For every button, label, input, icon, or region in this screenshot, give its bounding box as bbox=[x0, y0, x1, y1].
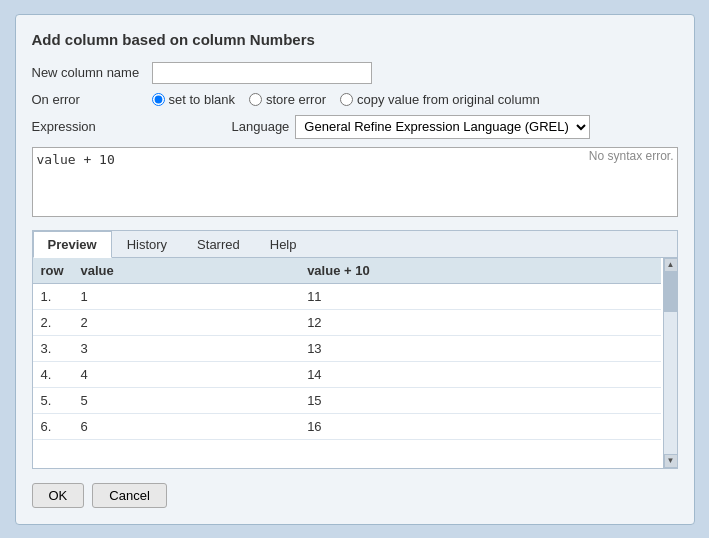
cell-result: 15 bbox=[299, 387, 660, 413]
table-header-row: row value value + 10 bbox=[33, 258, 661, 284]
cell-value: 2 bbox=[73, 309, 300, 335]
scrollbar-arrow-up[interactable]: ▲ bbox=[664, 258, 677, 272]
footer: OK Cancel bbox=[32, 483, 678, 508]
tab-starred[interactable]: Starred bbox=[182, 231, 255, 258]
on-error-label: On error bbox=[32, 92, 152, 107]
new-column-input[interactable] bbox=[152, 62, 372, 84]
cancel-button[interactable]: Cancel bbox=[92, 483, 166, 508]
table-row: 4. 4 14 bbox=[33, 361, 661, 387]
cell-value: 5 bbox=[73, 387, 300, 413]
col-header-result: value + 10 bbox=[299, 258, 660, 284]
cell-row: 3. bbox=[33, 335, 73, 361]
radio-set-blank[interactable]: set to blank bbox=[152, 92, 236, 107]
tab-help[interactable]: Help bbox=[255, 231, 312, 258]
cell-value: 1 bbox=[73, 283, 300, 309]
tab-preview[interactable]: Preview bbox=[33, 231, 112, 258]
col-header-row: row bbox=[33, 258, 73, 284]
expression-label: Expression bbox=[32, 119, 152, 134]
dialog-title: Add column based on column Numbers bbox=[32, 31, 678, 48]
radio-store-label: store error bbox=[266, 92, 326, 107]
table-row: 1. 1 11 bbox=[33, 283, 661, 309]
table-row: 2. 2 12 bbox=[33, 309, 661, 335]
radio-copy-value[interactable]: copy value from original column bbox=[340, 92, 540, 107]
new-column-label: New column name bbox=[32, 65, 152, 80]
col-header-value: value bbox=[73, 258, 300, 284]
language-label: Language bbox=[232, 119, 290, 134]
on-error-row: On error set to blank store error copy v… bbox=[32, 92, 678, 107]
cell-result: 11 bbox=[299, 283, 660, 309]
tabs-header: Preview History Starred Help bbox=[33, 231, 677, 258]
language-select[interactable]: General Refine Expression Language (GREL… bbox=[295, 115, 590, 139]
radio-store-error[interactable]: store error bbox=[249, 92, 326, 107]
cell-result: 12 bbox=[299, 309, 660, 335]
ok-button[interactable]: OK bbox=[32, 483, 85, 508]
language-section: Language General Refine Expression Langu… bbox=[232, 115, 591, 139]
cell-row: 4. bbox=[33, 361, 73, 387]
expression-lang-row: Expression Language General Refine Expre… bbox=[32, 115, 678, 139]
table-wrapper: row value value + 10 1. 1 11 2. 2 12 3. … bbox=[33, 258, 677, 468]
cell-result: 16 bbox=[299, 413, 660, 439]
cell-value: 6 bbox=[73, 413, 300, 439]
preview-table: row value value + 10 1. 1 11 2. 2 12 3. … bbox=[33, 258, 661, 440]
cell-row: 6. bbox=[33, 413, 73, 439]
tabs-section: Preview History Starred Help row value v… bbox=[32, 230, 678, 469]
scrollbar-arrow-down[interactable]: ▼ bbox=[664, 454, 677, 468]
table-row: 3. 3 13 bbox=[33, 335, 661, 361]
new-column-row: New column name bbox=[32, 62, 678, 84]
cell-result: 13 bbox=[299, 335, 660, 361]
cell-result: 14 bbox=[299, 361, 660, 387]
dialog: Add column based on column Numbers New c… bbox=[15, 14, 695, 525]
expression-textarea[interactable]: value + 10 bbox=[32, 147, 678, 217]
scrollbar-track: ▲ ▼ bbox=[663, 258, 677, 468]
table-container[interactable]: row value value + 10 1. 1 11 2. 2 12 3. … bbox=[33, 258, 677, 468]
cell-value: 3 bbox=[73, 335, 300, 361]
scrollbar-thumb[interactable] bbox=[663, 272, 677, 312]
syntax-status: No syntax error. bbox=[585, 147, 678, 165]
expression-section: value + 10 No syntax error. bbox=[32, 147, 678, 220]
radio-blank-label: set to blank bbox=[169, 92, 236, 107]
tab-history[interactable]: History bbox=[112, 231, 182, 258]
table-row: 5. 5 15 bbox=[33, 387, 661, 413]
cell-row: 5. bbox=[33, 387, 73, 413]
radio-group: set to blank store error copy value from… bbox=[152, 92, 540, 107]
cell-row: 1. bbox=[33, 283, 73, 309]
cell-row: 2. bbox=[33, 309, 73, 335]
table-row: 6. 6 16 bbox=[33, 413, 661, 439]
cell-value: 4 bbox=[73, 361, 300, 387]
radio-copy-label: copy value from original column bbox=[357, 92, 540, 107]
